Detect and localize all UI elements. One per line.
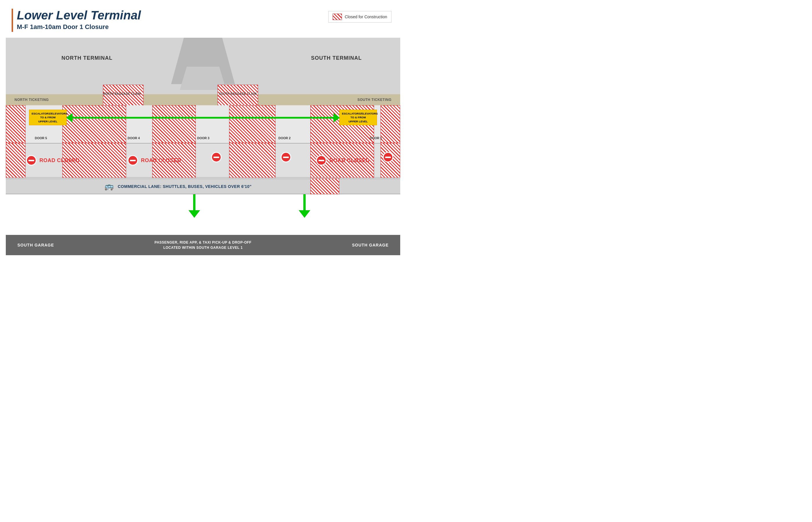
- hatch-far-right: [381, 105, 400, 143]
- green-arrow-down-right: [299, 194, 310, 218]
- bus-icon: 🚌: [104, 182, 114, 191]
- no-entry-bar-center: [214, 157, 219, 158]
- no-entry-icon-3: [316, 155, 327, 166]
- south-garage-bar: SOUTH GARAGE PASSENGER, RIDE APP, & TAXI…: [6, 235, 400, 255]
- escalator-label-left: ESCALATORS/ELEVATORSTO & FROMUPPER LEVEL: [32, 112, 67, 123]
- door-2-label: DOOR 2: [278, 136, 290, 140]
- no-entry-bar-center-right: [283, 157, 289, 158]
- door-5-label: DOOR 5: [35, 136, 47, 140]
- escalator-box-left: ESCALATORS/ELEVATORSTO & FROMUPPER LEVEL: [29, 109, 67, 125]
- page-title: Lower Level Terminal: [17, 9, 141, 22]
- page-header: Lower Level Terminal M-F 1am-10am Door 1…: [12, 9, 141, 31]
- hatch-d3-d2: [229, 105, 276, 143]
- north-ticketing-label: NORTH TICKETING: [15, 98, 49, 102]
- south-garage-right-label: SOUTH GARAGE: [352, 243, 389, 247]
- road-closed-sign-center-left: ROAD CLOSED: [128, 146, 183, 174]
- arrow-head-right: [333, 113, 340, 122]
- no-entry-bar-3: [319, 160, 324, 161]
- south-terminal-label: SOUTH TERMINAL: [281, 55, 391, 61]
- no-entry-bar-far-right: [385, 157, 391, 158]
- road-closed-sign-right: ROAD CLOSED: [316, 146, 374, 174]
- hatch-far-left: [6, 105, 25, 143]
- green-arrow-down-left: [188, 194, 200, 218]
- escalator-label-right: ESCALATORS/ELEVATORSTO & FROMUPPER LEVEL: [342, 112, 378, 123]
- road-closed-sign-left: ROAD CLOSED: [26, 146, 81, 174]
- south-ticketing-label: SOUTH TICKETING: [358, 98, 392, 102]
- green-arrow-line: [73, 117, 333, 119]
- no-entry-icon-1: [26, 155, 37, 166]
- arrow-head-left: [66, 113, 73, 122]
- road-closed-text-1: ROAD CLOSED: [39, 158, 80, 164]
- legend-box: Closed for Construction: [328, 11, 391, 23]
- no-entry-icon-center: [211, 152, 222, 162]
- hatch-d5-d4: [62, 105, 126, 143]
- south-garage-center-label: PASSENGER, RIDE APP, & TAXI PICK-UP & DR…: [155, 240, 251, 250]
- no-entry-icon-far-right: [383, 152, 393, 162]
- no-entry-icon-2: [128, 155, 138, 166]
- door-3-label: DOOR 3: [197, 136, 209, 140]
- accent-bar: [12, 9, 13, 32]
- door-4-label: DOOR 4: [128, 136, 140, 140]
- ticketing-strip: NORTH TICKETING SOUTH TICKETING: [6, 94, 400, 105]
- north-terminal-label: NORTH TERMINAL: [35, 55, 139, 61]
- hatch-d4-d3: [152, 105, 196, 143]
- legend-label: Closed for Construction: [345, 15, 387, 19]
- door-1-label: DOOR 1: [370, 136, 382, 140]
- south-terminal-box: [278, 38, 400, 96]
- commercial-label: COMMERCIAL LANE: SHUTTLES, BUSES, VEHICL…: [118, 184, 252, 189]
- road-hatch-center-right: [229, 143, 276, 178]
- road-closed-text-3: ROAD CLOSED: [329, 158, 370, 164]
- road-hatch-far-left: [6, 143, 25, 178]
- road-closed-text-2: ROAD CLOSED: [141, 158, 181, 164]
- south-garage-left-label: SOUTH GARAGE: [17, 243, 54, 247]
- south-baggage-label: SOUTH BAGGAGE CLAIM: [215, 92, 261, 95]
- escalator-box-right: ESCALATORS/ELEVATORSTO & FROMUPPER LEVEL: [339, 109, 377, 125]
- map-area: NORTH TERMINAL SOUTH TERMINAL NORTH TICK…: [6, 38, 400, 255]
- page-subtitle: M-F 1am-10am Door 1 Closure: [17, 23, 141, 31]
- north-baggage-label: NORTH BAGGAGE CLAIM: [99, 92, 145, 95]
- commercial-lane-strip: 🚌 COMMERCIAL LANE: SHUTTLES, BUSES, VEHI…: [6, 178, 400, 194]
- no-entry-icon-center-right: [281, 152, 291, 162]
- legend-hatch-icon: [333, 14, 342, 20]
- commercial-hatch-1: [310, 178, 339, 194]
- no-entry-bar-1: [28, 160, 34, 161]
- no-entry-bar-2: [130, 160, 136, 161]
